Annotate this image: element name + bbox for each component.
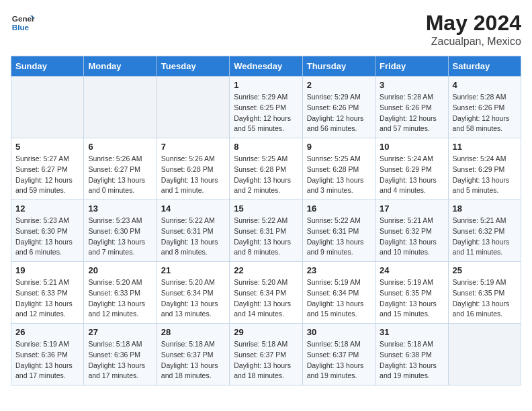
day-number: 4: [453, 80, 517, 90]
day-number: 23: [307, 265, 371, 275]
day-info: Sunrise: 5:26 AM Sunset: 6:28 PM Dayligh…: [161, 154, 225, 196]
day-number: 21: [161, 265, 225, 275]
logo: General Blue: [11, 11, 35, 35]
calendar-table: SundayMondayTuesdayWednesdayThursdayFrid…: [11, 56, 521, 385]
calendar-cell: 9Sunrise: 5:25 AM Sunset: 6:28 PM Daylig…: [302, 138, 375, 200]
day-number: 3: [380, 80, 443, 90]
day-number: 11: [453, 142, 517, 152]
week-row-5: 26Sunrise: 5:19 AM Sunset: 6:36 PM Dayli…: [11, 324, 521, 385]
day-info: Sunrise: 5:19 AM Sunset: 6:34 PM Dayligh…: [307, 277, 371, 320]
day-info: Sunrise: 5:19 AM Sunset: 6:35 PM Dayligh…: [453, 277, 517, 320]
calendar-cell: 7Sunrise: 5:26 AM Sunset: 6:28 PM Daylig…: [157, 138, 229, 200]
day-number: 20: [88, 265, 152, 275]
day-info: Sunrise: 5:19 AM Sunset: 6:35 PM Dayligh…: [380, 277, 443, 320]
calendar-cell: 11Sunrise: 5:24 AM Sunset: 6:29 PM Dayli…: [448, 138, 521, 200]
calendar-cell: 5Sunrise: 5:27 AM Sunset: 6:27 PM Daylig…: [11, 138, 84, 200]
day-number: 22: [234, 265, 298, 275]
day-number: 28: [161, 327, 225, 337]
day-info: Sunrise: 5:18 AM Sunset: 6:37 PM Dayligh…: [234, 339, 298, 381]
day-info: Sunrise: 5:21 AM Sunset: 6:32 PM Dayligh…: [453, 216, 517, 258]
page-header: General Blue May 2024 Zacualpan, Mexico: [11, 11, 521, 48]
day-number: 8: [234, 142, 298, 152]
day-info: Sunrise: 5:20 AM Sunset: 6:34 PM Dayligh…: [234, 277, 298, 320]
day-info: Sunrise: 5:21 AM Sunset: 6:33 PM Dayligh…: [15, 277, 79, 320]
day-number: 13: [88, 203, 152, 214]
day-number: 27: [88, 327, 152, 337]
day-info: Sunrise: 5:28 AM Sunset: 6:26 PM Dayligh…: [453, 92, 517, 134]
week-row-3: 12Sunrise: 5:23 AM Sunset: 6:30 PM Dayli…: [11, 200, 521, 262]
day-number: 9: [307, 142, 371, 152]
calendar-cell: 23Sunrise: 5:19 AM Sunset: 6:34 PM Dayli…: [302, 262, 375, 324]
day-number: 29: [234, 327, 298, 337]
calendar-cell: 17Sunrise: 5:21 AM Sunset: 6:32 PM Dayli…: [375, 200, 448, 262]
calendar-cell: 19Sunrise: 5:21 AM Sunset: 6:33 PM Dayli…: [11, 262, 84, 324]
day-info: Sunrise: 5:21 AM Sunset: 6:32 PM Dayligh…: [380, 216, 443, 258]
calendar-cell: 24Sunrise: 5:19 AM Sunset: 6:35 PM Dayli…: [375, 262, 448, 324]
day-number: 1: [234, 80, 298, 90]
month-year-title: May 2024: [426, 11, 521, 36]
day-info: Sunrise: 5:25 AM Sunset: 6:28 PM Dayligh…: [307, 154, 371, 196]
day-info: Sunrise: 5:18 AM Sunset: 6:38 PM Dayligh…: [380, 339, 443, 381]
day-number: 10: [380, 142, 443, 152]
day-number: 26: [15, 327, 79, 337]
calendar-cell: 1Sunrise: 5:29 AM Sunset: 6:25 PM Daylig…: [230, 77, 302, 138]
week-row-2: 5Sunrise: 5:27 AM Sunset: 6:27 PM Daylig…: [11, 138, 521, 200]
header-monday: Monday: [84, 56, 157, 77]
calendar-cell: 30Sunrise: 5:18 AM Sunset: 6:37 PM Dayli…: [302, 324, 375, 385]
calendar-cell: [84, 77, 157, 138]
calendar-cell: 22Sunrise: 5:20 AM Sunset: 6:34 PM Dayli…: [230, 262, 302, 324]
header-tuesday: Tuesday: [157, 56, 229, 77]
day-number: 2: [307, 80, 371, 90]
day-info: Sunrise: 5:28 AM Sunset: 6:26 PM Dayligh…: [380, 92, 443, 134]
calendar-cell: [157, 77, 229, 138]
day-info: Sunrise: 5:25 AM Sunset: 6:28 PM Dayligh…: [234, 154, 298, 196]
day-info: Sunrise: 5:29 AM Sunset: 6:25 PM Dayligh…: [234, 92, 298, 134]
calendar-cell: 27Sunrise: 5:18 AM Sunset: 6:36 PM Dayli…: [84, 324, 157, 385]
day-info: Sunrise: 5:19 AM Sunset: 6:36 PM Dayligh…: [15, 339, 79, 381]
day-number: 30: [307, 327, 371, 337]
header-thursday: Thursday: [302, 56, 375, 77]
logo-icon: General Blue: [11, 11, 35, 35]
day-number: 12: [15, 203, 79, 214]
day-info: Sunrise: 5:18 AM Sunset: 6:37 PM Dayligh…: [161, 339, 225, 381]
day-number: 25: [453, 265, 517, 275]
calendar-cell: 15Sunrise: 5:22 AM Sunset: 6:31 PM Dayli…: [230, 200, 302, 262]
calendar-cell: 28Sunrise: 5:18 AM Sunset: 6:37 PM Dayli…: [157, 324, 229, 385]
day-number: 15: [234, 203, 298, 214]
day-info: Sunrise: 5:20 AM Sunset: 6:34 PM Dayligh…: [161, 277, 225, 320]
title-block: May 2024 Zacualpan, Mexico: [426, 11, 521, 48]
day-info: Sunrise: 5:18 AM Sunset: 6:37 PM Dayligh…: [307, 339, 371, 381]
calendar-cell: 6Sunrise: 5:26 AM Sunset: 6:27 PM Daylig…: [84, 138, 157, 200]
header-saturday: Saturday: [448, 56, 521, 77]
weekday-header-row: SundayMondayTuesdayWednesdayThursdayFrid…: [11, 56, 521, 77]
day-info: Sunrise: 5:23 AM Sunset: 6:30 PM Dayligh…: [88, 216, 152, 258]
calendar-cell: 31Sunrise: 5:18 AM Sunset: 6:38 PM Dayli…: [375, 324, 448, 385]
calendar-cell: 14Sunrise: 5:22 AM Sunset: 6:31 PM Dayli…: [157, 200, 229, 262]
day-info: Sunrise: 5:24 AM Sunset: 6:29 PM Dayligh…: [380, 154, 443, 196]
day-info: Sunrise: 5:22 AM Sunset: 6:31 PM Dayligh…: [234, 216, 298, 258]
day-info: Sunrise: 5:24 AM Sunset: 6:29 PM Dayligh…: [453, 154, 517, 196]
location-subtitle: Zacualpan, Mexico: [426, 36, 521, 48]
day-info: Sunrise: 5:22 AM Sunset: 6:31 PM Dayligh…: [161, 216, 225, 258]
calendar-cell: 18Sunrise: 5:21 AM Sunset: 6:32 PM Dayli…: [448, 200, 521, 262]
calendar-cell: 29Sunrise: 5:18 AM Sunset: 6:37 PM Dayli…: [230, 324, 302, 385]
day-info: Sunrise: 5:26 AM Sunset: 6:27 PM Dayligh…: [88, 154, 152, 196]
svg-text:General: General: [12, 14, 35, 23]
header-sunday: Sunday: [11, 56, 84, 77]
calendar-cell: 4Sunrise: 5:28 AM Sunset: 6:26 PM Daylig…: [448, 77, 521, 138]
calendar-cell: 21Sunrise: 5:20 AM Sunset: 6:34 PM Dayli…: [157, 262, 229, 324]
day-info: Sunrise: 5:18 AM Sunset: 6:36 PM Dayligh…: [88, 339, 152, 381]
day-info: Sunrise: 5:20 AM Sunset: 6:33 PM Dayligh…: [88, 277, 152, 320]
day-number: 18: [453, 203, 517, 214]
calendar-cell: 16Sunrise: 5:22 AM Sunset: 6:31 PM Dayli…: [302, 200, 375, 262]
calendar-cell: 13Sunrise: 5:23 AM Sunset: 6:30 PM Dayli…: [84, 200, 157, 262]
calendar-cell: 12Sunrise: 5:23 AM Sunset: 6:30 PM Dayli…: [11, 200, 84, 262]
day-info: Sunrise: 5:27 AM Sunset: 6:27 PM Dayligh…: [15, 154, 79, 196]
day-info: Sunrise: 5:22 AM Sunset: 6:31 PM Dayligh…: [307, 216, 371, 258]
week-row-4: 19Sunrise: 5:21 AM Sunset: 6:33 PM Dayli…: [11, 262, 521, 324]
day-number: 19: [15, 265, 79, 275]
day-info: Sunrise: 5:23 AM Sunset: 6:30 PM Dayligh…: [15, 216, 79, 258]
calendar-cell: 8Sunrise: 5:25 AM Sunset: 6:28 PM Daylig…: [230, 138, 302, 200]
day-number: 17: [380, 203, 443, 214]
day-number: 7: [161, 142, 225, 152]
